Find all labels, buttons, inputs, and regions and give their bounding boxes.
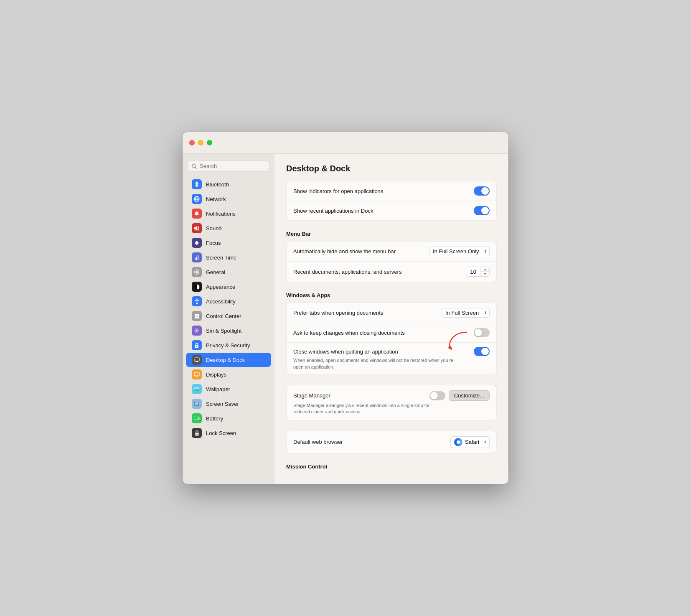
sound-icon bbox=[192, 223, 202, 233]
svg-rect-32 bbox=[196, 376, 198, 377]
sidebar-item-label-desktop: Desktop & Dock bbox=[206, 357, 245, 363]
recent-docs-stepper[interactable]: 10 ▲ ▼ bbox=[466, 267, 490, 277]
svg-point-24 bbox=[196, 346, 197, 347]
close-windows-sublabel: When enabled, open documents and windows… bbox=[293, 357, 460, 370]
search-icon bbox=[191, 163, 197, 169]
sidebar-item-label-displays: Displays bbox=[206, 372, 226, 378]
sidebar-item-appearance[interactable]: Appearance bbox=[186, 280, 271, 294]
svg-rect-10 bbox=[195, 258, 196, 260]
stepper-up-button[interactable]: ▲ bbox=[481, 267, 489, 272]
sidebar-item-label-sound: Sound bbox=[206, 225, 222, 232]
displays-icon bbox=[192, 369, 202, 379]
svg-rect-41 bbox=[199, 418, 200, 419]
search-input[interactable] bbox=[200, 163, 266, 169]
sidebar-item-displays[interactable]: Displays bbox=[186, 367, 271, 382]
svg-rect-20 bbox=[197, 316, 199, 318]
sidebar-items-container: BluetoothNetworkNotificationsSoundFocusS… bbox=[183, 177, 274, 440]
sidebar-item-label-focus: Focus bbox=[206, 240, 221, 246]
dock-card: Show indicators for open applications Sh… bbox=[286, 181, 497, 221]
sidebar-item-lockscreen[interactable]: Lock Screen bbox=[186, 426, 271, 440]
sidebar-item-battery[interactable]: Battery bbox=[186, 411, 271, 425]
sidebar-item-screentime[interactable]: Screen Time bbox=[186, 250, 271, 265]
sidebar: BluetoothNetworkNotificationsSoundFocusS… bbox=[183, 154, 274, 484]
settings-window: BluetoothNetworkNotificationsSoundFocusS… bbox=[183, 132, 508, 484]
svg-rect-28 bbox=[196, 361, 198, 361]
sidebar-item-sound[interactable]: Sound bbox=[186, 221, 271, 235]
sidebar-item-siri[interactable]: ✦Siri & Spotlight bbox=[186, 323, 271, 338]
stage-manager-row: Stage Manager Customize... Stage Manager… bbox=[287, 385, 496, 420]
sidebar-item-wallpaper[interactable]: Wallpaper bbox=[186, 382, 271, 396]
svg-rect-18 bbox=[197, 314, 199, 316]
prefer-tabs-row: Prefer tabs when opening documents In Fu… bbox=[287, 303, 496, 323]
browser-select-arrow-icon: ⬍ bbox=[483, 440, 487, 444]
wallpaper-icon bbox=[192, 384, 202, 394]
sidebar-item-label-network: Network bbox=[206, 196, 226, 202]
general-icon bbox=[192, 267, 202, 277]
show-recent-toggle[interactable] bbox=[474, 206, 490, 215]
auto-hide-select[interactable]: In Full Screen Only Always Never bbox=[429, 247, 490, 256]
maximize-button[interactable] bbox=[207, 140, 212, 145]
settings-main-panel: Desktop & Dock Show indicators for open … bbox=[274, 154, 508, 484]
titlebar bbox=[183, 132, 508, 154]
close-windows-toggle[interactable] bbox=[474, 347, 490, 356]
default-browser-card: Default web browser Safari ⬍ bbox=[286, 431, 497, 453]
stage-manager-controls: Customize... bbox=[429, 390, 490, 401]
close-windows-label: Close windows when quitting an applicati… bbox=[293, 349, 398, 355]
sidebar-item-accessibility[interactable]: Accessibility bbox=[186, 294, 271, 308]
default-browser-label: Default web browser bbox=[293, 439, 343, 445]
stage-manager-top: Stage Manager Customize... bbox=[293, 390, 490, 401]
close-button[interactable] bbox=[189, 140, 195, 145]
sidebar-item-general[interactable]: General bbox=[186, 265, 271, 279]
prefer-tabs-select-wrapper: In Full Screen Always Never ⬍ bbox=[442, 308, 490, 318]
sidebar-item-privacy[interactable]: Privacy & Security bbox=[186, 338, 271, 352]
search-bar[interactable] bbox=[188, 160, 269, 172]
show-indicators-toggle[interactable] bbox=[474, 186, 490, 196]
svg-line-1 bbox=[195, 167, 197, 168]
sidebar-item-bluetooth[interactable]: Bluetooth bbox=[186, 177, 271, 191]
stepper-buttons: ▲ ▼ bbox=[481, 267, 489, 276]
main-content: BluetoothNetworkNotificationsSoundFocusS… bbox=[183, 154, 508, 484]
traffic-lights bbox=[189, 140, 212, 145]
stepper-value: 10 bbox=[466, 268, 481, 276]
sidebar-item-label-bluetooth: Bluetooth bbox=[206, 181, 229, 188]
ask-keep-changes-label: Ask to keep changes when closing documen… bbox=[293, 330, 405, 336]
windows-apps-section: Windows & Apps Prefer tabs when opening … bbox=[286, 292, 497, 375]
customize-button[interactable]: Customize... bbox=[449, 390, 490, 401]
lockscreen-icon bbox=[192, 428, 202, 438]
bluetooth-icon bbox=[192, 179, 202, 189]
svg-rect-29 bbox=[196, 361, 198, 362]
mission-control-title: Mission Control bbox=[286, 463, 497, 470]
toggle-thumb bbox=[481, 187, 489, 195]
svg-point-5 bbox=[194, 196, 199, 201]
sidebar-item-focus[interactable]: Focus bbox=[186, 236, 271, 250]
network-icon bbox=[192, 194, 202, 204]
sidebar-item-notifications[interactable]: Notifications bbox=[186, 206, 271, 221]
sidebar-item-desktop[interactable]: Desktop & Dock bbox=[186, 353, 271, 367]
close-windows-row: Close windows when quitting an applicati… bbox=[287, 343, 496, 374]
svg-rect-30 bbox=[194, 372, 199, 376]
toggle-thumb-5 bbox=[430, 392, 438, 400]
default-browser-section: Default web browser Safari ⬍ bbox=[286, 431, 497, 453]
prefer-tabs-select[interactable]: In Full Screen Always Never bbox=[442, 308, 490, 318]
svg-point-16 bbox=[196, 299, 198, 300]
stage-manager-toggle[interactable] bbox=[429, 391, 445, 400]
default-browser-row: Default web browser Safari ⬍ bbox=[287, 431, 496, 453]
sidebar-item-controlcenter[interactable]: Control Center bbox=[186, 309, 271, 323]
svg-rect-12 bbox=[198, 255, 198, 260]
toggle-thumb-4 bbox=[481, 348, 489, 355]
auto-hide-menubar-row: Automatically hide and show the menu bar… bbox=[287, 242, 496, 262]
stage-manager-card: Stage Manager Customize... Stage Manager… bbox=[286, 385, 497, 421]
stepper-down-button[interactable]: ▼ bbox=[481, 272, 489, 276]
browser-value: Safari bbox=[465, 439, 479, 445]
ask-keep-changes-toggle[interactable] bbox=[474, 328, 490, 337]
svg-rect-19 bbox=[195, 316, 197, 318]
svg-point-13 bbox=[196, 271, 198, 273]
sidebar-item-screensaver[interactable]: Screen Saver bbox=[186, 397, 271, 411]
menubar-section: Menu Bar Automatically hide and show the… bbox=[286, 231, 497, 282]
sidebar-item-label-accessibility: Accessibility bbox=[206, 298, 236, 305]
minimize-button[interactable] bbox=[198, 140, 203, 145]
sidebar-item-network[interactable]: Network bbox=[186, 192, 271, 206]
prefer-tabs-label: Prefer tabs when opening documents bbox=[293, 310, 383, 316]
sidebar-item-label-siri: Siri & Spotlight bbox=[206, 328, 241, 334]
battery-icon bbox=[192, 413, 202, 423]
